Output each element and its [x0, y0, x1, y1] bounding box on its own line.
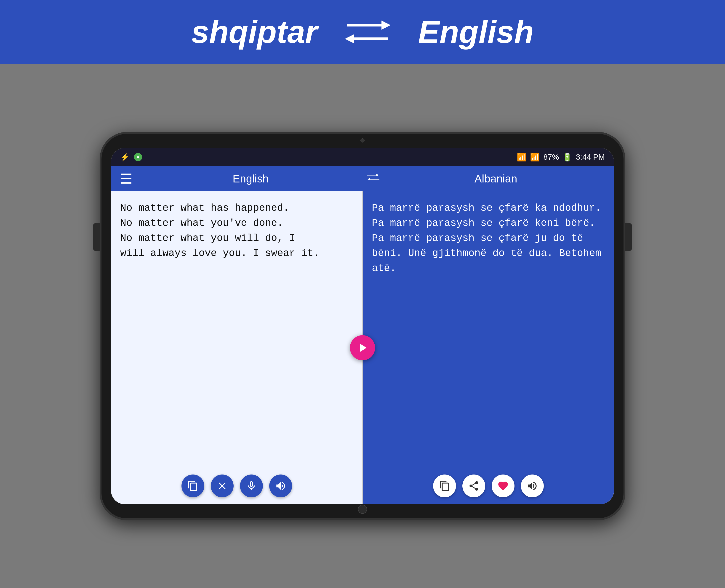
clock: 3:44 PM	[576, 152, 605, 162]
right-action-buttons	[372, 475, 605, 497]
banner-target-lang: English	[418, 14, 534, 50]
banner-swap-icon	[345, 9, 390, 55]
copy-button[interactable]	[433, 475, 456, 497]
usb-icon: ⚡	[120, 153, 129, 162]
albanian-text[interactable]: Pa marrë parasysh se çfarë ka ndodhur. P…	[372, 201, 605, 470]
top-banner: shqiptar English	[0, 0, 725, 64]
english-text[interactable]: No matter what has happened. No matter w…	[120, 201, 353, 470]
favorite-button[interactable]	[492, 475, 515, 497]
status-left: ⚡ ●	[120, 153, 142, 162]
battery-percentage: 87%	[543, 152, 559, 162]
signal-icon: 📶	[530, 152, 540, 162]
svg-marker-5	[376, 174, 379, 176]
tablet-device: ⚡ ● 📶 📶 87% 🔋 3:44 PM ☰ English	[100, 132, 625, 520]
speaker-button-right[interactable]	[521, 475, 544, 497]
right-panel: Pa marrë parasysh se çfarë ka ndodhur. P…	[363, 191, 614, 504]
clear-button[interactable]	[211, 475, 234, 497]
svg-marker-3	[345, 34, 354, 43]
home-button[interactable]	[358, 505, 367, 514]
menu-icon[interactable]: ☰	[120, 171, 133, 187]
battery-icon: 🔋	[563, 152, 572, 162]
toolbar-swap-icon[interactable]	[366, 172, 380, 186]
status-bar: ⚡ ● 📶 📶 87% 🔋 3:44 PM	[111, 148, 614, 166]
svg-marker-1	[381, 21, 390, 30]
app-toolbar: ☰ English Albanian	[111, 166, 614, 191]
main-content: No matter what has happened. No matter w…	[111, 191, 614, 504]
screen: ⚡ ● 📶 📶 87% 🔋 3:44 PM ☰ English	[111, 148, 614, 504]
status-right: 📶 📶 87% 🔋 3:44 PM	[517, 152, 605, 162]
clipboard-button[interactable]	[181, 475, 204, 497]
wifi-icon: 📶	[517, 152, 526, 162]
svg-marker-7	[367, 178, 370, 181]
camera	[360, 139, 365, 143]
device-area: ⚡ ● 📶 📶 87% 🔋 3:44 PM ☰ English	[0, 64, 725, 588]
notification-icon: ●	[134, 153, 142, 161]
left-panel: No matter what has happened. No matter w…	[111, 191, 363, 504]
left-action-buttons	[120, 475, 353, 497]
banner-source-lang: shqiptar	[191, 14, 318, 50]
translate-button[interactable]	[350, 335, 375, 360]
toolbar-source-lang[interactable]: English	[142, 172, 360, 185]
share-button[interactable]	[462, 475, 485, 497]
mic-button[interactable]	[240, 475, 263, 497]
toolbar-target-lang[interactable]: Albanian	[387, 172, 605, 185]
speaker-button-left[interactable]	[269, 475, 292, 497]
